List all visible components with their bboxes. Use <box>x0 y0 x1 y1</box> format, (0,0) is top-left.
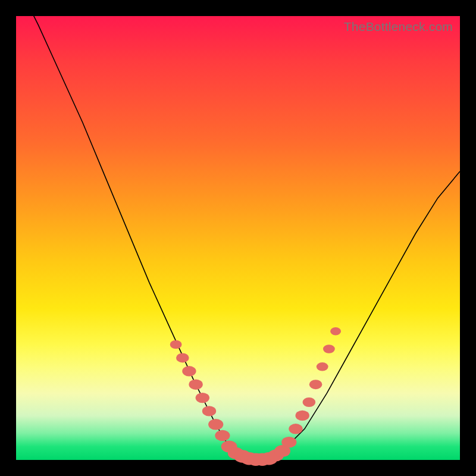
curve-marker <box>330 327 341 335</box>
curve-marker <box>281 437 296 448</box>
curve-marker <box>196 393 209 403</box>
curve-marker <box>202 406 216 416</box>
curve-marker <box>176 353 189 362</box>
chart-plot-area: TheBottleneck.com <box>16 16 460 460</box>
chart-svg <box>16 16 460 460</box>
curve-marker <box>303 397 316 407</box>
curve-marker <box>317 362 328 371</box>
curve-marker <box>182 366 196 376</box>
curve-marker <box>170 340 182 349</box>
curve-marker <box>208 419 223 430</box>
curve-marker <box>323 345 335 353</box>
curve-marker <box>309 380 322 389</box>
curve-marker <box>215 430 230 441</box>
curve-marker <box>289 424 302 434</box>
bottleneck-curve <box>16 0 460 460</box>
curve-marker <box>189 380 202 390</box>
curve-marker <box>296 411 309 421</box>
marker-layer <box>170 327 341 466</box>
